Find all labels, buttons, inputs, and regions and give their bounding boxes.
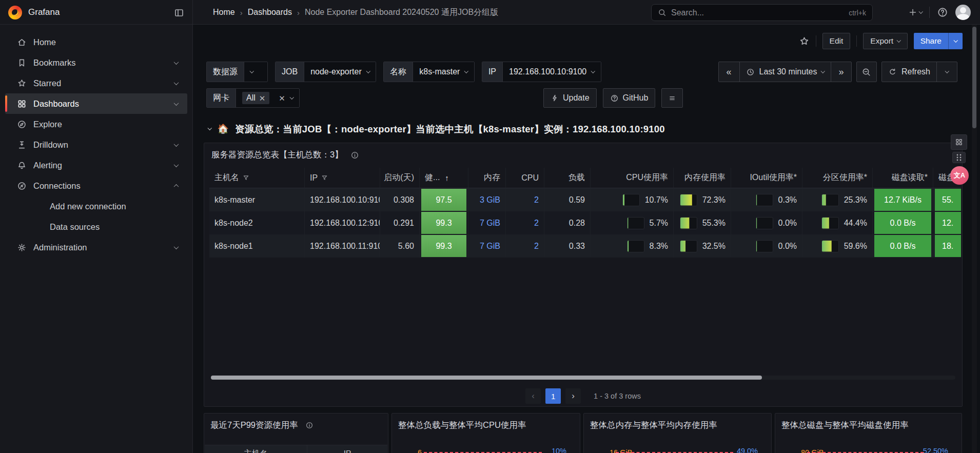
variable-ip[interactable]: IP 192.168.100.10:9100 — [482, 62, 601, 82]
sort-asc-icon[interactable]: ↑ — [445, 173, 449, 182]
help-icon[interactable] — [937, 7, 948, 18]
job-select[interactable]: node-exporter — [304, 62, 376, 82]
time-shift-forward-button[interactable]: » — [831, 62, 851, 82]
mem-link[interactable]: 7 GiB — [480, 219, 500, 228]
cpu-link[interactable]: 2 — [534, 219, 539, 228]
update-button[interactable]: Update — [543, 88, 597, 108]
prev-page-button[interactable]: ‹ — [525, 388, 541, 404]
drag-handle[interactable] — [952, 152, 966, 163]
mem-link[interactable]: 7 GiB — [480, 242, 500, 251]
menu-button[interactable] — [661, 88, 683, 108]
filter-icon[interactable] — [321, 174, 328, 181]
col-partition[interactable]: 分区使用率* — [802, 168, 873, 188]
sidebar-item-bookmarks[interactable]: Bookmarks — [5, 52, 187, 73]
col-health[interactable]: 健... ↑ — [420, 168, 468, 188]
sidebar-item-drilldown[interactable]: Drilldown — [5, 134, 187, 155]
grafana-logo[interactable] — [8, 6, 22, 19]
chevron-down-icon[interactable] — [174, 142, 179, 147]
share-dropdown-button[interactable] — [948, 33, 963, 49]
page-1-button[interactable]: 1 — [545, 388, 561, 404]
zoom-out-button[interactable] — [856, 62, 877, 82]
datasource-select[interactable] — [244, 62, 267, 82]
panel-title[interactable]: 整体总磁盘与整体平均磁盘使用率 — [781, 420, 909, 431]
chevron-up-icon[interactable] — [174, 184, 179, 189]
chevron-down-icon[interactable] — [174, 101, 179, 106]
favorite-star-icon[interactable] — [799, 36, 810, 47]
info-icon[interactable] — [350, 151, 359, 160]
variable-job[interactable]: JOB node-exporter — [275, 62, 376, 82]
sidebar-item-alerting[interactable]: Alerting — [5, 155, 187, 175]
mem-cell: 7 GiB — [468, 211, 506, 234]
sidebar-collapse-button[interactable] — [172, 6, 186, 19]
variable-nic[interactable]: 网卡 All ✕ ✕ — [206, 88, 300, 108]
search-bar[interactable]: ctrl+k — [651, 4, 873, 21]
time-range-picker[interactable]: Last 30 minutes — [739, 62, 831, 82]
next-page-button[interactable]: › — [565, 388, 581, 404]
col-hostname[interactable]: 主机名 — [209, 168, 305, 188]
col-cpu-usage[interactable]: CPU使用率 — [591, 168, 674, 188]
sidebar-item-explore[interactable]: Explore — [5, 114, 187, 134]
col-load[interactable]: 负载 — [544, 168, 591, 188]
col-ip[interactable]: IP — [307, 445, 387, 453]
ip-select[interactable]: 192.168.100.10:9100 — [502, 62, 601, 82]
chevron-down-icon[interactable] — [174, 80, 179, 85]
panel-title[interactable]: 整体总负载与整体平均CPU使用率 — [398, 420, 526, 431]
panel-title[interactable]: 服务器资源总览表【主机总数：3】 — [211, 149, 343, 161]
col-disk-read[interactable]: 磁盘读取* — [873, 168, 933, 188]
sidebar-item-add-new-connection[interactable]: Add new connection — [5, 196, 187, 216]
sidebar-item-connections[interactable]: Connections — [5, 175, 187, 196]
name-select[interactable]: k8s-master — [413, 62, 474, 82]
chevron-down-icon[interactable] — [174, 244, 179, 249]
dashboard-row-header[interactable]: 🏠 资源总览：当前JOB【：node-exporter】当前选中主机【k8s-m… — [208, 120, 665, 137]
table-pagination: ‹ 1 › 1 - 3 of 3 rows — [204, 388, 962, 404]
load-cpu-panel: 整体总负载与整体平均CPU使用率 6 10% — [391, 413, 580, 453]
variable-datasource[interactable]: 数据源 — [206, 62, 268, 82]
info-icon[interactable] — [305, 421, 313, 429]
chevron-down-icon[interactable] — [174, 162, 179, 167]
col-ioutil[interactable]: IOutil使用率* — [731, 168, 802, 188]
share-button[interactable]: Share — [914, 33, 963, 49]
panel-title[interactable]: 整体总内存与整体平均内存使用率 — [590, 420, 717, 431]
col-ip[interactable]: IP — [305, 168, 380, 188]
cpu-link[interactable]: 2 — [534, 242, 539, 251]
panel-grid-button[interactable] — [951, 134, 967, 150]
col-hostname[interactable]: 主机名 — [205, 445, 307, 453]
refresh-button[interactable]: Refresh — [882, 62, 936, 82]
translate-badge[interactable]: 文A — [950, 166, 969, 185]
github-button[interactable]: GitHub — [603, 88, 656, 108]
chevron-down-icon[interactable] — [174, 60, 179, 65]
new-menu-button[interactable] — [908, 8, 923, 17]
horizontal-scrollbar[interactable] — [211, 376, 955, 380]
mem-link[interactable]: 3 GiB — [480, 195, 500, 205]
remove-chip-icon[interactable]: ✕ — [259, 94, 266, 102]
edit-button[interactable]: Edit — [822, 33, 851, 49]
refresh-interval-button[interactable] — [936, 62, 957, 82]
export-button[interactable]: Export — [863, 33, 907, 49]
breadcrumb-dashboards[interactable]: Dashboards — [248, 8, 292, 17]
divider — [856, 35, 857, 47]
search-input[interactable] — [671, 8, 844, 17]
sidebar-item-administration[interactable]: Administration — [5, 237, 187, 258]
variable-name[interactable]: 名称 k8s-master — [383, 62, 475, 82]
breadcrumb-home[interactable]: Home — [213, 8, 235, 17]
sidebar-item-starred[interactable]: Starred — [5, 73, 187, 93]
sidebar-item-dashboards[interactable]: Dashboards — [5, 93, 187, 114]
page-scrollbar[interactable] — [972, 25, 977, 453]
sidebar-item-data-sources[interactable]: Data sources — [5, 216, 187, 237]
row-collapse-chevron-icon[interactable] — [208, 126, 212, 130]
panel-title[interactable]: 最近7天P99资源使用率 — [210, 420, 298, 431]
time-shift-back-button[interactable]: « — [719, 62, 739, 82]
sidebar-item-home[interactable]: Home — [5, 32, 187, 52]
nic-select[interactable]: All ✕ ✕ — [236, 89, 299, 107]
col-mem-usage[interactable]: 内存使用率 — [674, 168, 731, 188]
col-mem[interactable]: 内存 — [468, 168, 506, 188]
filter-icon[interactable] — [243, 174, 249, 181]
col-cpu[interactable]: CPU — [506, 168, 544, 188]
user-avatar[interactable] — [955, 5, 971, 20]
clear-all-icon[interactable]: ✕ — [279, 94, 285, 102]
horizontal-scrollbar-thumb[interactable] — [211, 376, 762, 380]
page-scrollbar-thumb[interactable] — [972, 27, 976, 128]
col-uptime[interactable]: 启动(天) — [380, 168, 420, 188]
cpu-link[interactable]: 2 — [534, 195, 539, 205]
nic-chip-all[interactable]: All ✕ — [242, 92, 269, 104]
